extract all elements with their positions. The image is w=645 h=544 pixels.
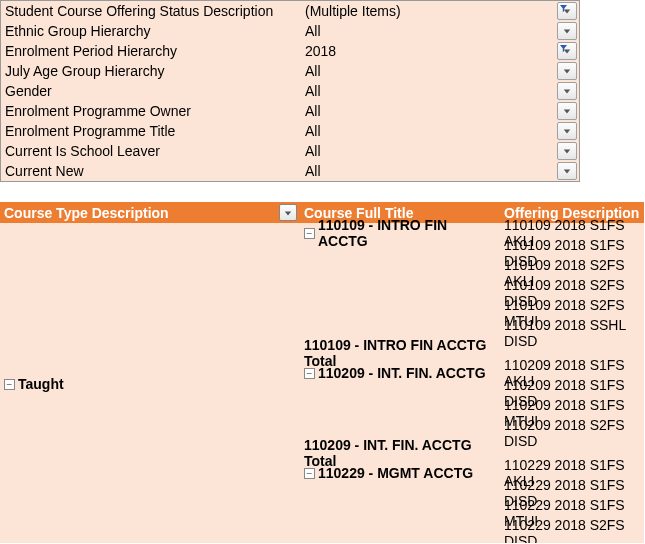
filter-label: Ethnic Group Hierarchy — [1, 23, 301, 39]
filter-label: Enrolment Programme Title — [1, 123, 301, 139]
filter-value: All — [301, 123, 557, 139]
row-group-label: Taught — [18, 376, 64, 392]
filter-dropdown[interactable] — [557, 102, 577, 120]
collapse-icon[interactable]: − — [304, 228, 315, 239]
filter-label: Student Course Offering Status Descripti… — [1, 3, 301, 19]
filter-row: Enrolment Programme OwnerAll — [1, 101, 579, 121]
filter-value: All — [301, 23, 557, 39]
collapse-icon[interactable]: − — [4, 379, 15, 390]
filter-label: Enrolment Period Hierarchy — [1, 43, 301, 59]
filter-row: Student Course Offering Status Descripti… — [1, 1, 579, 21]
header-label: Course Type Description — [4, 205, 169, 221]
filter-value: (Multiple Items) — [301, 3, 557, 19]
collapse-icon[interactable]: − — [304, 468, 315, 479]
filter-row: Enrolment Programme TitleAll — [1, 121, 579, 141]
course-title-cell: −110229 - MGMT ACCTG — [300, 465, 500, 481]
filter-row: Enrolment Period Hierarchy2018 — [1, 41, 579, 61]
row-group-cell: − Taught — [0, 223, 300, 543]
filter-dropdown[interactable] — [557, 82, 577, 100]
filter-row: Current NewAll — [1, 161, 579, 181]
collapse-icon[interactable]: − — [304, 368, 315, 379]
filter-label: Enrolment Programme Owner — [1, 103, 301, 119]
filter-value: All — [301, 63, 557, 79]
course-title: 110229 - MGMT ACCTG — [318, 465, 473, 481]
filter-dropdown[interactable] — [557, 162, 577, 180]
pivot-table: Course Type Description Course Full Titl… — [0, 202, 644, 543]
filter-dropdown[interactable] — [557, 42, 577, 60]
filter-label: Gender — [1, 83, 301, 99]
course-title: 110209 - INT. FIN. ACCTG — [318, 365, 486, 381]
filter-dropdown[interactable] — [557, 22, 577, 40]
header-dropdown[interactable] — [279, 204, 297, 221]
filter-value: All — [301, 143, 557, 159]
offering-cell: 110109 2018 SSHL DISD — [500, 317, 644, 349]
filter-dropdown[interactable] — [557, 122, 577, 140]
filter-dropdown[interactable] — [557, 2, 577, 20]
filter-row: Ethnic Group HierarchyAll — [1, 21, 579, 41]
filter-row: July Age Group HierarchyAll — [1, 61, 579, 81]
filter-row: GenderAll — [1, 81, 579, 101]
pivot-body: − Taught −110109 - INTRO FIN ACCTG110109… — [0, 223, 644, 543]
filter-dropdown[interactable] — [557, 142, 577, 160]
filter-row: Current Is School LeaverAll — [1, 141, 579, 161]
filter-label: Current New — [1, 163, 301, 179]
course-title-cell: −110209 - INT. FIN. ACCTG — [300, 365, 500, 381]
offering-cell: 110209 2018 S2FS DISD — [500, 417, 644, 449]
filter-label: July Age Group Hierarchy — [1, 63, 301, 79]
pivot-data-row: 110229 2018 S2FS DISD — [300, 523, 644, 543]
filter-value: All — [301, 83, 557, 99]
filter-value: All — [301, 103, 557, 119]
filter-value: All — [301, 163, 557, 179]
offering-cell: 110229 2018 S2FS DISD — [500, 517, 644, 543]
filter-label: Current Is School Leaver — [1, 143, 301, 159]
course-title-cell: −110109 - INTRO FIN ACCTG — [300, 217, 500, 249]
pivot-filter-panel: Student Course Offering Status Descripti… — [0, 0, 580, 182]
header-course-type: Course Type Description — [0, 204, 300, 221]
course-title: 110109 - INTRO FIN ACCTG — [318, 217, 500, 249]
filter-dropdown[interactable] — [557, 62, 577, 80]
filter-value: 2018 — [301, 43, 557, 59]
